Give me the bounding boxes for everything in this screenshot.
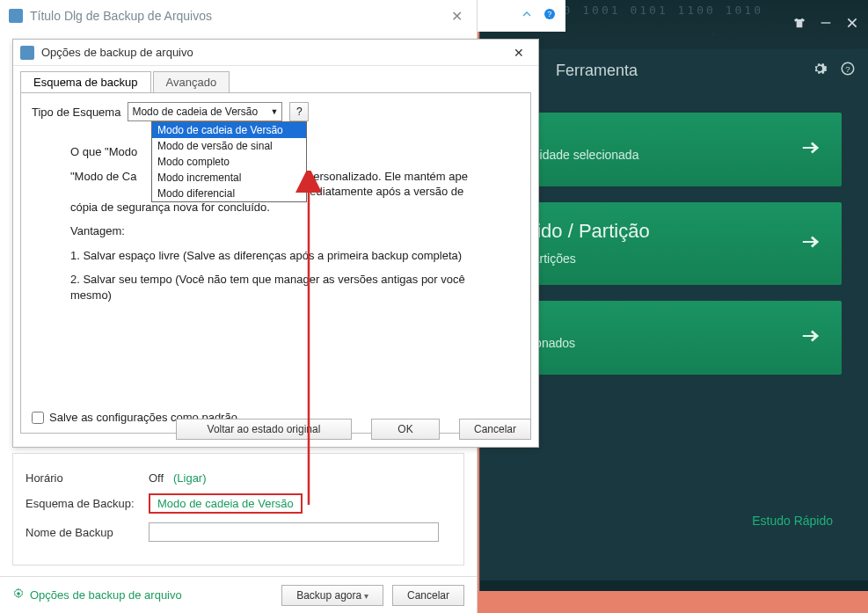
close-icon[interactable]: ✕ [507, 44, 531, 62]
svg-text:?: ? [548, 10, 552, 18]
main-dialog-titlebar: Título Dlg de Backup de Arquivos ✕ [0, 0, 477, 32]
svg-text:?: ? [845, 63, 850, 73]
backup-name-input[interactable] [149, 522, 439, 542]
desc-advantage-title: Vantagem: [70, 223, 492, 239]
dropdown-item-differential[interactable]: Modo diferencial [152, 186, 306, 201]
gear-icon [12, 587, 25, 602]
backup-name-label: Nome de Backup [26, 526, 149, 539]
ok-button[interactable]: OK [371, 419, 440, 440]
options-link-text: Opções de backup de arquivo [30, 588, 182, 602]
help-button[interactable]: ? [289, 102, 309, 121]
chevron-up-icon[interactable] [520, 7, 534, 25]
card-subtitle: cionados [526, 336, 822, 350]
desc-advantage-1: 1. Salvar espaço livre (Salve as diferen… [70, 248, 492, 264]
arrow-right-icon [799, 232, 822, 255]
card-title: gido / Partição [526, 220, 822, 243]
help-circle-icon[interactable]: ? [543, 7, 557, 25]
options-dialog: Opções de backup de arquivo ✕ Esquema de… [12, 39, 539, 448]
gear-icon[interactable] [812, 61, 828, 81]
backup-now-button[interactable]: Backup agora [281, 585, 383, 606]
scheme-value-highlight: Modo de cadeia de Versão [149, 493, 303, 514]
chevron-down-icon: ▼ [271, 107, 279, 116]
svg-rect-0 [821, 22, 831, 23]
dropdown-item-signal[interactable]: Modo de versão de sinal [152, 138, 306, 154]
dropdown-item-chain[interactable]: Modo de cadeia de Versão [152, 122, 306, 138]
arrow-right-icon [799, 138, 822, 161]
tab-advanced[interactable]: Avançado [153, 71, 230, 92]
scheme-type-dropdown: Modo de cadeia de Versão Modo de versão … [151, 121, 307, 202]
tshirt-icon[interactable] [792, 16, 806, 33]
desc-advantage-2: 2. Salvar seu tempo (Você não tem que ma… [70, 272, 492, 303]
options-dialog-title: Opções de backup de arquivo [41, 46, 193, 59]
card-selected-drive[interactable]: unidade selecionada [507, 113, 842, 186]
options-dialog-titlebar: Opções de backup de arquivo ✕ [13, 40, 538, 66]
help-icon[interactable]: ? [840, 61, 856, 81]
scheme-type-label: Tipo de Esquema [32, 106, 120, 119]
arrow-right-icon [799, 326, 822, 349]
main-dialog-footer: Opções de backup de arquivo Backup agora… [0, 576, 477, 613]
topstrip: ? [478, 0, 565, 32]
restore-defaults-button[interactable]: Voltar ao estado original [176, 419, 352, 440]
tab-pane-scheme: Tipo de Esquema Modo de cadeia de Versão… [20, 92, 531, 434]
schedule-enable-link[interactable]: (Ligar) [173, 471, 207, 485]
quick-study-link[interactable]: Estudo Rápido [752, 514, 833, 528]
scheme-type-combo[interactable]: Modo de cadeia de Versão ▼ [128, 102, 282, 121]
tab-scheme[interactable]: Esquema de backup [20, 71, 151, 92]
app-icon [9, 9, 23, 23]
main-dialog-title: Título Dlg de Backup de Arquivos [30, 9, 212, 23]
app-icon [20, 46, 34, 60]
schedule-value: Off [149, 471, 164, 485]
dropdown-item-incremental[interactable]: Modo incremental [152, 170, 306, 186]
close-icon[interactable]: ✕ [446, 8, 468, 25]
svg-point-5 [17, 592, 20, 595]
cancel-button[interactable]: Cancelar [392, 585, 464, 606]
card-partition[interactable]: gido / Partição partições [507, 202, 842, 285]
dropdown-item-complete[interactable]: Modo completo [152, 154, 306, 170]
options-link[interactable]: Opções de backup de arquivo [12, 587, 182, 602]
menu-item-ferramenta[interactable]: Ferramenta [535, 62, 659, 80]
progress-strip [480, 580, 868, 591]
card-subtitle: partições [526, 252, 822, 266]
minimize-icon[interactable] [819, 16, 833, 33]
card-subtitle: unidade selecionada [526, 148, 822, 162]
cancel-button[interactable]: Cancelar [459, 419, 531, 440]
card-selected-items[interactable]: cionados [507, 301, 842, 375]
schedule-label: Horário [26, 471, 149, 485]
close-icon[interactable] [845, 16, 859, 33]
scheme-label: Esquema de Backup: [26, 497, 149, 510]
combo-selected-text: Modo de cadeia de Versão [132, 106, 258, 118]
